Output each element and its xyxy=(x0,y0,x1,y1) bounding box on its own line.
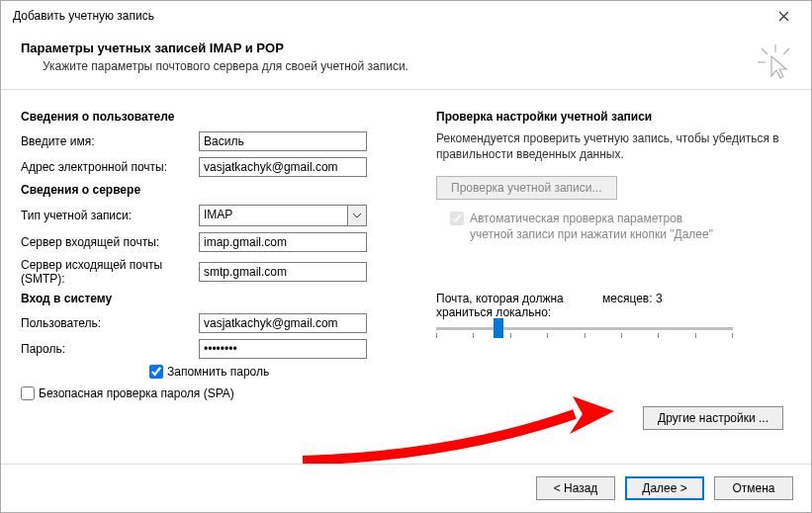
checkbox-auto-check xyxy=(450,212,464,225)
row-storage: Почта, которая должна храниться локально… xyxy=(436,292,791,319)
section-login-info: Вход в систему xyxy=(21,292,416,305)
back-button[interactable]: < Назад xyxy=(536,476,615,500)
cursor-icon xyxy=(758,44,793,83)
row-password: Пароль: xyxy=(21,339,416,359)
checkbox-spa[interactable] xyxy=(21,386,35,400)
section-test-title: Проверка настройки учетной записи xyxy=(436,110,791,124)
row-incoming: Сервер входящей почты: xyxy=(21,232,416,252)
label-auto-check: Автоматическая проверка параметров учетн… xyxy=(470,212,727,242)
close-button[interactable] xyxy=(764,2,803,30)
window-title: Добавить учетную запись xyxy=(13,9,154,23)
slider-track xyxy=(436,327,733,330)
test-description: Рекомендуется проверить учетную запись, … xyxy=(436,131,791,162)
row-remember: Запомнить пароль xyxy=(149,365,416,379)
more-settings-button[interactable]: Другие настройки ... xyxy=(643,406,783,430)
row-name: Введите имя: xyxy=(21,131,416,151)
row-auto-check: Автоматическая проверка параметров учетн… xyxy=(450,212,791,242)
label-outgoing: Сервер исходящей почты (SMTP): xyxy=(21,258,199,286)
chevron-down-icon xyxy=(347,206,366,225)
input-incoming[interactable] xyxy=(199,232,367,252)
section-server-info: Сведения о сервере xyxy=(21,183,416,197)
header: Параметры учетных записей IMAP и POP Ука… xyxy=(1,31,811,90)
row-user: Пользователь: xyxy=(21,313,416,333)
body: Сведения о пользователе Введите имя: Адр… xyxy=(1,90,811,446)
label-storage: Почта, которая должна храниться локально… xyxy=(436,292,594,319)
row-spa: Безопасная проверка пароля (SPA) xyxy=(21,386,416,400)
storage-slider[interactable] xyxy=(436,327,733,330)
label-incoming: Сервер входящей почты: xyxy=(21,235,199,249)
label-spa: Безопасная проверка пароля (SPA) xyxy=(39,386,234,400)
label-email: Адрес электронной почты: xyxy=(21,160,199,174)
cancel-button[interactable]: Отмена xyxy=(714,476,793,500)
input-outgoing[interactable] xyxy=(199,262,367,282)
right-column: Проверка настройки учетной записи Рекоме… xyxy=(436,104,791,436)
row-outgoing: Сервер исходящей почты (SMTP): xyxy=(21,258,416,286)
titlebar: Добавить учетную запись xyxy=(1,1,811,31)
row-email: Адрес электронной почты: xyxy=(21,157,416,177)
header-title: Параметры учетных записей IMAP и POP xyxy=(21,41,791,55)
row-acct-type: Тип учетной записи: IMAP xyxy=(21,205,416,226)
label-remember: Запомнить пароль xyxy=(167,365,269,379)
dialog-window: Добавить учетную запись Параметры учетны… xyxy=(0,0,812,513)
next-button[interactable]: Далее > xyxy=(625,476,704,500)
close-icon xyxy=(778,11,789,22)
input-password[interactable] xyxy=(199,339,367,359)
footer: < Назад Далее > Отмена xyxy=(1,464,811,512)
checkbox-remember[interactable] xyxy=(149,365,163,379)
input-email[interactable] xyxy=(199,157,367,177)
svg-line-2 xyxy=(783,48,789,54)
select-acct-type[interactable]: IMAP xyxy=(199,205,367,226)
test-account-button: Проверка учетной записи... xyxy=(436,176,617,200)
value-storage: месяцев: 3 xyxy=(602,292,663,319)
slider-ticks xyxy=(436,333,733,338)
header-subtitle: Укажите параметры почтового сервера для … xyxy=(43,59,791,73)
svg-line-3 xyxy=(762,48,767,54)
label-acct-type: Тип учетной записи: xyxy=(21,209,199,222)
select-acct-type-value: IMAP xyxy=(200,206,347,225)
label-password: Пароль: xyxy=(21,342,199,356)
label-user: Пользователь: xyxy=(21,316,199,330)
input-user[interactable] xyxy=(199,313,367,333)
left-column: Сведения о пользователе Введите имя: Адр… xyxy=(21,104,416,436)
label-name: Введите имя: xyxy=(21,134,199,148)
input-name[interactable] xyxy=(199,131,367,151)
section-user-info: Сведения о пользователе xyxy=(21,110,416,124)
